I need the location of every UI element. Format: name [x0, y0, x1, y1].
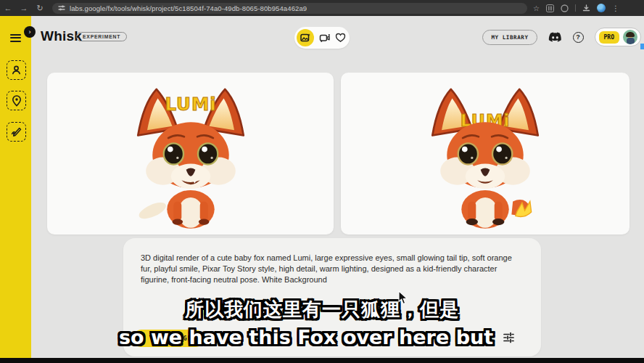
prompt-text[interactable]: 3D digital render of a cute baby fox nam… — [141, 253, 519, 286]
tab-groups-icon[interactable] — [546, 4, 554, 12]
address-bar[interactable]: labs.google/fx/tools/whisk/project/5c185… — [52, 3, 527, 14]
mode-toolbar — [294, 27, 350, 49]
experiment-badge: EXPERIMENT — [76, 32, 127, 41]
discord-icon[interactable] — [548, 32, 562, 43]
browser-actions: ☆ ⋮ — [533, 4, 619, 12]
browser-profile-avatar[interactable] — [597, 4, 606, 12]
image-sparkle-icon — [300, 33, 310, 43]
reload-icon[interactable]: ↻ — [32, 0, 48, 16]
add-image-label: ADD IMAGE — [152, 335, 192, 342]
help-icon[interactable]: ? — [573, 32, 584, 43]
add-image-chevron-icon: › — [141, 334, 147, 343]
menu-hamburger-icon[interactable] — [10, 32, 21, 44]
forward-icon[interactable]: → — [16, 0, 32, 16]
video-mode-button[interactable] — [319, 33, 331, 43]
browser-menu-icon[interactable]: ⋮ — [612, 4, 619, 12]
back-icon[interactable]: ← — [0, 0, 16, 16]
fox-name-overlay: LUMi — [165, 94, 216, 115]
toolbar-divider — [575, 4, 576, 12]
site-info-icon[interactable] — [58, 4, 65, 12]
fox-illustration-right: LUMi — [413, 80, 558, 234]
browser-toolbar: ← → ↻ labs.google/fx/tools/whisk/project… — [0, 0, 644, 16]
extension-circle-icon[interactable] — [561, 4, 569, 12]
bottom-letterbox — [0, 358, 644, 363]
heart-icon — [335, 33, 346, 43]
generated-image-left[interactable]: LUMi — [47, 73, 334, 234]
favorites-button[interactable] — [335, 33, 346, 43]
left-sidebar — [0, 16, 31, 363]
user-avatar[interactable] — [623, 30, 637, 44]
mouse-cursor — [398, 290, 408, 305]
download-icon[interactable] — [582, 4, 590, 12]
account-chip[interactable]: PRO — [595, 28, 641, 46]
prompt-card: 3D digital render of a cute baby fox nam… — [123, 238, 541, 356]
aspect-ratio-icon[interactable] — [473, 333, 484, 343]
image-mode-button[interactable] — [297, 29, 314, 46]
prompt-actions — [473, 332, 515, 343]
add-image-button[interactable]: › ADD IMAGE — [133, 330, 204, 347]
person-icon — [11, 65, 22, 76]
video-camera-icon — [319, 33, 331, 43]
sidebar-item-scene[interactable] — [7, 91, 26, 110]
location-pin-icon — [12, 95, 22, 107]
whisk-app-window: ← → ↻ labs.google/fx/tools/whisk/project… — [0, 0, 644, 363]
sidebar-item-subject[interactable] — [7, 60, 26, 80]
generated-image-right[interactable]: LUMi — [341, 73, 629, 234]
fox-illustration-left: LUMi — [118, 80, 263, 234]
sidebar-item-style[interactable] — [7, 122, 26, 142]
settings-sliders-icon[interactable] — [503, 332, 515, 343]
bookmark-star-icon[interactable]: ☆ — [533, 4, 540, 12]
edge-accent — [640, 44, 644, 49]
url-text: labs.google/fx/tools/whisk/project/5c185… — [70, 4, 307, 12]
header-actions: MY LIBRARY ? PRO — [482, 28, 641, 46]
my-library-button[interactable]: MY LIBRARY — [482, 30, 537, 45]
pro-badge: PRO — [599, 31, 619, 44]
sidebar-expand-chevron[interactable]: › — [24, 26, 36, 38]
pen-icon — [11, 127, 22, 137]
